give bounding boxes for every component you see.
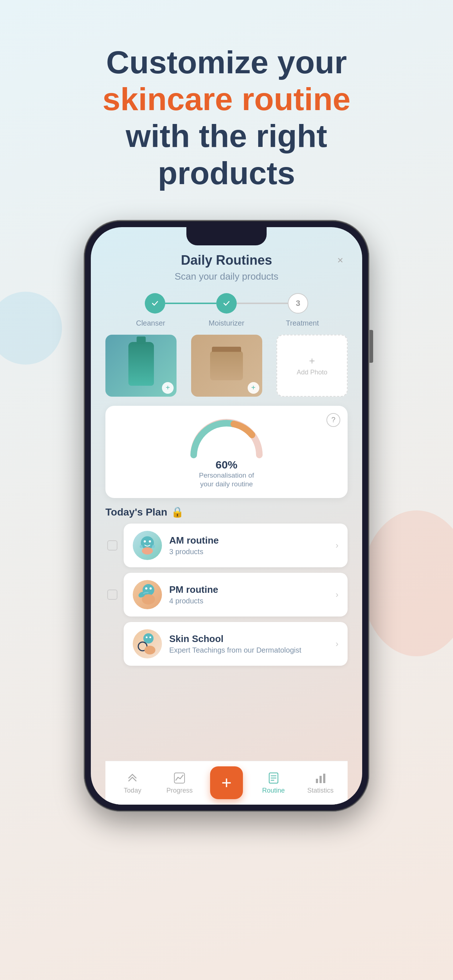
svg-point-4 [149, 540, 151, 542]
today-icon [126, 772, 139, 784]
pm-routine-info: PM routine 4 products [169, 584, 328, 605]
gauge-card: ? 60% [105, 406, 348, 498]
cleanser-photo[interactable]: + [105, 335, 177, 397]
skin-school-name: Skin School [169, 633, 328, 644]
modal-subtitle: Scan your daily products [105, 271, 348, 282]
modal-area: Daily Routines × Scan your daily product… [105, 253, 348, 761]
gauge-label-1: Personalisation of [199, 471, 254, 480]
gauge-chart [187, 415, 266, 462]
phone-wrapper: Daily Routines × Scan your daily product… [0, 221, 453, 811]
svg-rect-25 [319, 776, 322, 783]
svg-point-13 [144, 633, 153, 643]
svg-point-9 [145, 587, 147, 590]
step-3-circle: 3 [288, 293, 308, 313]
modal-title: Daily Routines [120, 253, 333, 268]
nav-data-plus[interactable]: + [210, 766, 243, 799]
svg-rect-24 [316, 779, 318, 783]
products-row: + + + Add Photo [105, 335, 348, 397]
skin-school-info: Skin School Expert Teachings from our De… [169, 633, 328, 654]
svg-point-16 [144, 646, 155, 654]
step-labels: Cleanser Moisturizer Treatment [105, 319, 348, 328]
am-routine-card[interactable]: AM routine 3 products › [124, 523, 348, 567]
am-routine-name: AM routine [169, 535, 328, 546]
step-1-circle [145, 293, 165, 313]
routine-icon [267, 772, 280, 784]
pm-routine-icon [133, 580, 162, 609]
gauge-percent: 60% [199, 459, 254, 471]
pm-routine-arrow: › [335, 590, 338, 600]
todays-plan-title: Today's Plan [105, 506, 167, 518]
statistics-icon [314, 772, 327, 784]
gauge-label-2: your daily routine [199, 480, 254, 489]
phone-frame: Daily Routines × Scan your daily product… [84, 221, 369, 811]
nav-routine-label: Routine [262, 787, 285, 794]
todays-plan-header: Today's Plan 🔒 [105, 506, 348, 518]
step-label-2: Moisturizer [205, 319, 248, 328]
am-routine-icon [133, 531, 162, 560]
pm-checkbox[interactable] [107, 590, 118, 600]
svg-point-1 [222, 299, 231, 308]
svg-point-3 [144, 540, 146, 542]
bottle-illustration [128, 342, 154, 386]
step-line-1 [165, 302, 216, 304]
pm-routine-card[interactable]: PM routine 4 products › [124, 573, 348, 617]
nav-today[interactable]: Today [116, 772, 149, 794]
step-label-1: Cleanser [129, 319, 172, 328]
moisturizer-photo[interactable]: + [191, 335, 262, 397]
skin-school-card[interactable]: Skin School Expert Teachings from our De… [124, 622, 348, 666]
nav-progress[interactable]: Progress [163, 772, 196, 794]
gauge-text: 60% Personalisation of your daily routin… [199, 459, 254, 489]
notch [187, 227, 266, 245]
bottom-nav: Today Progress + [105, 761, 348, 805]
phone-content: Daily Routines × Scan your daily product… [91, 227, 362, 805]
pm-routine-sub: 4 products [169, 597, 328, 605]
step-2-circle [216, 293, 237, 313]
jar-illustration [210, 351, 243, 380]
step-label-3: Treatment [281, 319, 324, 328]
modal-title-row: Daily Routines × [105, 253, 348, 268]
close-button[interactable]: × [333, 253, 348, 267]
add-photo-label: Add Photo [297, 369, 327, 376]
lock-icon: 🔒 [171, 506, 184, 518]
header-section: Customize your skincare routine with the… [0, 0, 453, 213]
steps-row: 3 [105, 293, 348, 313]
am-routine-info: AM routine 3 products [169, 535, 328, 556]
nav-progress-label: Progress [166, 787, 193, 794]
nav-statistics[interactable]: Statistics [304, 772, 337, 794]
svg-point-17 [146, 636, 148, 638]
add-photo-plus: + [309, 355, 315, 367]
moisturizer-plus-icon: + [248, 382, 259, 394]
nav-today-label: Today [124, 787, 141, 794]
svg-point-10 [150, 587, 152, 590]
add-photo-button[interactable]: + Add Photo [276, 335, 348, 397]
cards-container: AM routine 3 products › [105, 523, 348, 671]
gauge-container: 60% Personalisation of your daily routin… [116, 415, 337, 489]
skin-school-icon [133, 629, 162, 659]
am-checkbox[interactable] [107, 540, 118, 550]
phone-screen: Daily Routines × Scan your daily product… [91, 227, 362, 805]
skin-school-sub: Expert Teachings from our Dermatologist [169, 646, 328, 654]
am-routine-arrow: › [335, 540, 338, 550]
svg-rect-26 [323, 774, 325, 783]
svg-point-18 [150, 636, 152, 638]
nav-statistics-label: Statistics [308, 787, 334, 794]
svg-point-0 [150, 299, 160, 308]
plus-icon: + [222, 774, 231, 792]
power-button [370, 330, 373, 363]
step-line-2 [237, 302, 288, 304]
svg-point-5 [142, 547, 153, 555]
pm-routine-name: PM routine [169, 584, 328, 595]
progress-icon [173, 772, 186, 784]
svg-point-6 [140, 545, 143, 548]
cleanser-plus-icon: + [162, 382, 174, 394]
header-title: Customize your skincare routine with the… [29, 44, 424, 191]
nav-routine[interactable]: Routine [257, 772, 290, 794]
gauge-help-button[interactable]: ? [327, 413, 340, 427]
skin-school-arrow: › [335, 639, 338, 649]
am-routine-sub: 3 products [169, 547, 328, 556]
svg-point-7 [152, 545, 155, 548]
